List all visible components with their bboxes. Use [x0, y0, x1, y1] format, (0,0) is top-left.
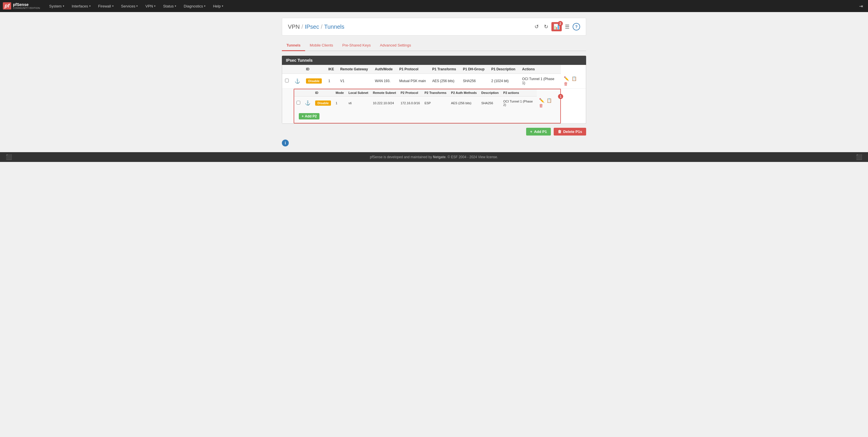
chevron-down-icon: ▾	[175, 5, 176, 7]
nav-firewall[interactable]: Firewall ▾	[95, 2, 117, 11]
nav-diagnostics[interactable]: Diagnostics ▾	[180, 2, 209, 11]
chevron-down-icon: ▾	[204, 5, 206, 7]
p2-id-cell: 1	[333, 96, 346, 110]
breadcrumb-vpn: VPN	[288, 24, 300, 30]
p2-remote-subnet-cell: 172.16.0.0/16	[398, 96, 422, 110]
p2-col-description: Description	[479, 89, 501, 96]
nav-system[interactable]: System ▾	[45, 2, 67, 11]
signout-icon[interactable]: ⇥	[857, 1, 865, 11]
nav-help[interactable]: Help ▾	[210, 2, 227, 11]
breadcrumb: VPN / IPsec / Tunnels	[288, 24, 344, 30]
p2-copy-icon[interactable]: 📋	[547, 98, 552, 103]
p2-status-cell: Disable	[313, 96, 333, 110]
add-p2-button[interactable]: + Add P2	[299, 113, 319, 120]
breadcrumb-tunnels[interactable]: Tunnels	[324, 24, 344, 30]
p1-copy-icon[interactable]: 📋	[571, 76, 577, 81]
col-p1-description: P1 Description	[488, 65, 519, 74]
chevron-down-icon: ▾	[89, 5, 91, 7]
p2-delete-icon[interactable]: 🗑	[539, 103, 544, 108]
p2-edit-icon[interactable]: ✏️	[539, 98, 545, 103]
p2-checkbox[interactable]	[297, 101, 300, 104]
chevron-down-icon: ▾	[154, 5, 156, 7]
p2-anchor-cell: ⚓	[303, 96, 313, 110]
page-container: VPN / IPsec / Tunnels ↺ ↻ 📊 2 ☰ ? Tunnel…	[276, 18, 592, 147]
p1-id-cell: Disable	[303, 74, 326, 89]
nav-menu: System ▾ Interfaces ▾ Firewall ▾ Service…	[45, 2, 857, 11]
tab-advanced-settings[interactable]: Advanced Settings	[375, 40, 415, 51]
p2-anchor-icon: ⚓	[305, 100, 311, 105]
nav-vpn[interactable]: VPN ▾	[142, 2, 159, 11]
plus-icon: +	[302, 114, 304, 118]
footer-left-icon[interactable]: ⬛	[6, 154, 12, 160]
p1-auth-mode-cell: Mutual PSK main	[396, 74, 429, 89]
col-anchor	[291, 65, 303, 74]
p2-mode-cell: vti	[346, 96, 371, 110]
p1-actions-cell: ✏️ 📋 🗑	[561, 74, 586, 89]
nav-services[interactable]: Services ▾	[118, 2, 142, 11]
p2-badge: 1	[558, 94, 563, 99]
bottom-actions: + Add P1 🗑 Delete P1s	[282, 128, 586, 135]
chart-icon-wrapper: 📊 2	[551, 22, 562, 31]
nav-status[interactable]: Status ▾	[160, 2, 180, 11]
tab-mobile-clients[interactable]: Mobile Clients	[305, 40, 338, 51]
list-icon[interactable]: ☰	[563, 22, 571, 31]
p2-header-row: ID Mode Local Subnet Remote Subnet P2 Pr…	[294, 89, 560, 96]
breadcrumb-ipsec[interactable]: IPsec	[305, 24, 319, 30]
footer-right-icon[interactable]: ⬛	[856, 154, 862, 160]
p2-table: ID Mode Local Subnet Remote Subnet P2 Pr…	[294, 89, 560, 123]
p2-description-cell: OCI Tunnel 1 (Phase 2)	[501, 96, 537, 110]
p2-col-id: ID	[313, 89, 333, 96]
page-header: VPN / IPsec / Tunnels ↺ ↻ 📊 2 ☰ ?	[282, 18, 586, 36]
delete-p1s-button[interactable]: 🗑 Delete P1s	[554, 128, 586, 135]
table-row: ⚓ Disable 1 V1 WAN 193. Mutual PSK main …	[282, 74, 586, 89]
ipsec-tunnels-table: ID IKE Remote Gateway Auth/Mode P1 Proto…	[282, 65, 586, 124]
p2-col-transforms: P2 Transforms	[422, 89, 448, 96]
section-title: IPsec Tunnels	[282, 56, 586, 65]
p1-table: ID IKE Remote Gateway Auth/Mode P1 Proto…	[282, 65, 586, 123]
p1-description-cell: OCI Tunnel 1 (Phase 1)	[519, 74, 561, 89]
p2-col-checkbox	[294, 89, 303, 96]
p2-auth-methods-cell: SHA256	[479, 96, 501, 110]
p1-delete-icon[interactable]: 🗑	[564, 81, 568, 86]
p2-col-anchor	[303, 89, 313, 96]
add-p1-button[interactable]: + Add P1	[526, 128, 551, 135]
p1-dh-group-cell: 2 (1024 bit)	[488, 74, 519, 89]
p2-col-auth-methods: P2 Auth Methods	[448, 89, 479, 96]
p2-transforms-cell: AES (256 bits)	[448, 96, 479, 110]
col-auth-mode: Auth/Mode	[372, 65, 396, 74]
reload2-icon[interactable]: ↻	[542, 22, 550, 31]
brand-logo[interactable]: pf pfSense COMMUNITY EDITION	[3, 2, 40, 10]
nav-interfaces[interactable]: Interfaces ▾	[68, 2, 94, 11]
p2-col-mode: Mode	[333, 89, 346, 96]
p1-checkbox[interactable]	[285, 79, 289, 83]
p2-container-row: ID Mode Local Subnet Remote Subnet P2 Pr…	[282, 88, 586, 123]
navbar: pf pfSense COMMUNITY EDITION System ▾ In…	[0, 0, 868, 12]
p1-anchor-cell: ⚓	[291, 74, 303, 89]
logo-icon: pf	[3, 2, 11, 9]
table-row: ⚓ Disable 1 vti 10.222.10.0/24 172.	[294, 96, 560, 110]
reload-icon[interactable]: ↺	[532, 22, 541, 31]
p1-remote-gateway-cell: WAN 193.	[372, 74, 396, 89]
header-actions: ↺ ↻ 📊 2 ☰ ?	[532, 22, 580, 31]
p1-edit-icon[interactable]: ✏️	[564, 76, 569, 81]
help-icon[interactable]: ?	[572, 23, 580, 30]
footer-icons: ⬛ pfSense is developed and maintained by…	[0, 152, 868, 162]
col-p1-dh-group: P1 DH-Group	[460, 65, 489, 74]
tab-pre-shared-keys[interactable]: Pre-Shared Keys	[338, 40, 375, 51]
info-icon-circle[interactable]: i	[282, 139, 289, 147]
col-p1-transforms: P1 Transforms	[429, 65, 460, 74]
view-license-link[interactable]: View license.	[478, 155, 498, 159]
p1-ike-cell: V1	[337, 74, 372, 89]
p2-actions-cell: ✏️ 📋 🗑 1	[537, 96, 560, 110]
col-p1-protocol: P1 Protocol	[396, 65, 429, 74]
anchor-icon: ⚓	[294, 79, 300, 84]
col-id: ID	[303, 65, 326, 74]
col-remote-gateway: Remote Gateway	[337, 65, 372, 74]
trash-icon: 🗑	[558, 129, 561, 134]
p1-disable-button[interactable]: Disable	[306, 79, 322, 84]
p2-disable-button[interactable]: Disable	[315, 100, 331, 106]
tab-tunnels[interactable]: Tunnels	[282, 40, 305, 51]
tabs-container: Tunnels Mobile Clients Pre-Shared Keys A…	[282, 40, 586, 51]
chevron-down-icon: ▾	[63, 5, 64, 7]
p2-col-actions: P2 actions	[501, 89, 537, 96]
